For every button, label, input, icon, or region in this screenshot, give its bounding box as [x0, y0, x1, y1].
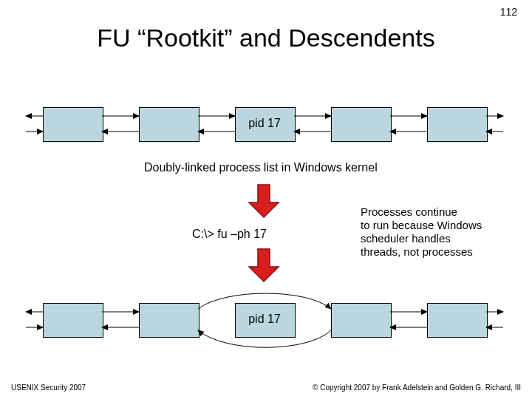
footer-left: USENIX Security 2007 [11, 383, 86, 392]
footer-right: © Copyright 2007 by Frank Adelstein and … [313, 383, 521, 392]
slide: 112 FU “Rootkit” and Descendents pid 17 … [0, 0, 532, 399]
linked-list-arrows-bottom [0, 0, 532, 384]
